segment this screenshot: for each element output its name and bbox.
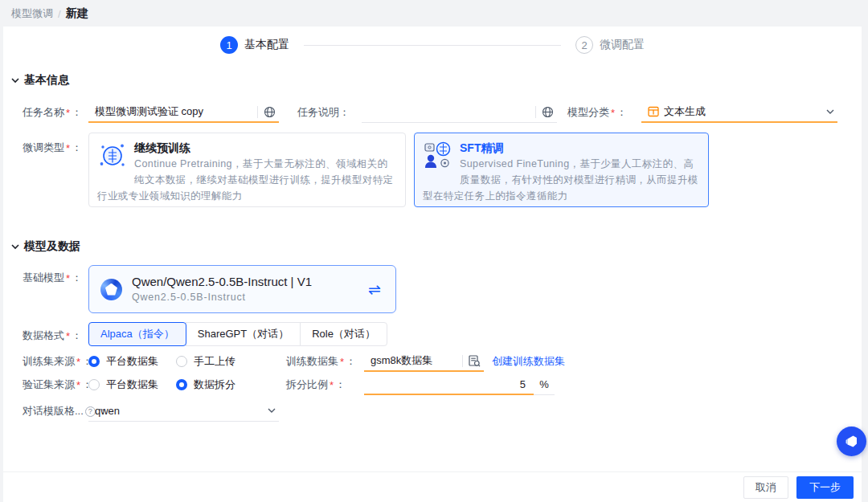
step-finetune-config[interactable]: 2 微调配置 <box>575 36 645 54</box>
base-model-name: Qwen/Qwen2.5-0.5B-Instruct | V1 <box>132 274 368 290</box>
create-dataset-link[interactable]: 创建训练数据集 <box>492 351 565 372</box>
split-ratio-input[interactable]: 5 <box>364 374 534 395</box>
chevron-down-icon <box>826 109 834 115</box>
assistant-widget[interactable] <box>837 426 866 456</box>
stepper: 1 基本配置 2 微调配置 <box>3 36 862 54</box>
model-category-label: 模型分类*： <box>567 102 627 123</box>
finetune-card-sft[interactable]: SFT精调 Supervised FineTuning，基于少量人工标注的、高质… <box>414 133 709 207</box>
percent-suffix: % <box>534 374 555 395</box>
collapse-chevron-icon <box>11 78 19 84</box>
breadcrumb: 模型微调 / 新建 <box>11 6 88 22</box>
task-desc-label: 任务说明： <box>297 102 350 123</box>
finetune-card-pretrain[interactable]: 继续预训练 Continue Pretraining，基于大量无标注的、领域相关… <box>88 133 406 207</box>
globe-icon[interactable] <box>264 106 276 118</box>
globe-icon[interactable] <box>542 106 554 118</box>
step-connector <box>304 45 561 46</box>
radio-platform-dataset[interactable]: 平台数据集 <box>88 354 158 369</box>
collapse-chevron-icon <box>11 244 19 250</box>
step-1-label: 基本配置 <box>244 38 289 52</box>
section-basic-info-title: 基本信息 <box>24 73 69 88</box>
field-divider <box>462 355 463 367</box>
train-dataset-input[interactable]: gsm8k数据集 <box>364 351 484 372</box>
train-dataset-label: 训练数据集*： <box>286 351 356 372</box>
footer-divider <box>3 471 862 472</box>
footer-actions: 取消 下一步 <box>743 476 854 499</box>
assistant-icon <box>843 433 860 450</box>
qwen-logo <box>100 279 122 300</box>
task-name-label: 任务名称*： <box>23 102 82 123</box>
breadcrumb-item-model-finetune[interactable]: 模型微调 <box>11 6 53 21</box>
radio-data-split[interactable]: 数据拆分 <box>176 378 235 392</box>
cancel-button[interactable]: 取消 <box>743 476 788 499</box>
pretrain-card-description: Continue Pretraining，基于大量无标注的、领域相关的纯文本数据… <box>97 157 395 204</box>
swap-model-icon[interactable]: ⇌ <box>368 282 381 297</box>
breadcrumb-separator: / <box>58 8 61 20</box>
form-panel: 1 基本配置 2 微调配置 基本信息 任务名称*： 模型微调测试验证 copy … <box>3 27 862 502</box>
radio-on-icon <box>88 356 100 367</box>
sft-card-title: SFT精调 <box>423 140 698 156</box>
radio-platform-dataset-valid[interactable]: 平台数据集 <box>88 378 158 392</box>
finetune-type-label: 微调类型*： <box>23 137 82 158</box>
radio-off-icon <box>176 356 187 367</box>
base-model-subtitle: Qwen2.5-0.5B-Instruct <box>132 291 368 304</box>
train-source-group: 平台数据集 手工上传 <box>88 351 235 372</box>
pretrain-card-title: 继续预训练 <box>97 140 395 156</box>
data-format-label: 数据格式*： <box>23 324 82 348</box>
step-basic-config[interactable]: 1 基本配置 <box>220 36 289 54</box>
chevron-down-icon <box>268 408 276 414</box>
valid-source-label: 验证集来源*： <box>23 374 92 395</box>
radio-on-icon <box>176 379 187 390</box>
pretrain-brain-icon <box>97 141 128 171</box>
page: { "breadcrumb": { "items": [ { "label": … <box>0 0 868 502</box>
data-format-option-sharegpt[interactable]: ShareGPT（对话） <box>186 322 301 346</box>
text-generation-icon <box>648 106 659 117</box>
split-ratio-label: 拆分比例*： <box>286 374 346 395</box>
section-basic-info-header[interactable]: 基本信息 <box>11 73 69 88</box>
chat-template-select[interactable]: qwen <box>88 401 279 422</box>
step-2-label: 微调配置 <box>600 38 645 52</box>
section-model-data-header[interactable]: 模型及数据 <box>11 239 80 254</box>
model-category-select[interactable]: 文本生成 <box>641 102 837 123</box>
radio-manual-upload[interactable]: 手工上传 <box>176 354 235 369</box>
sft-icon <box>423 141 453 171</box>
step-2-circle: 2 <box>575 36 593 54</box>
train-source-label: 训练集来源*： <box>23 351 92 372</box>
dataset-search-icon[interactable] <box>469 355 481 367</box>
split-ratio-field: 5 % <box>364 374 555 395</box>
next-step-button[interactable]: 下一步 <box>796 476 854 499</box>
breadcrumb-item-new: 新建 <box>66 6 88 21</box>
field-divider <box>535 106 536 118</box>
section-model-data-title: 模型及数据 <box>24 239 80 254</box>
radio-off-icon <box>88 379 100 390</box>
data-format-option-role[interactable]: Role（对话） <box>300 322 387 346</box>
step-1-circle: 1 <box>220 36 238 54</box>
base-model-text: Qwen/Qwen2.5-0.5B-Instruct | V1 Qwen2.5-… <box>132 274 368 304</box>
task-name-input[interactable]: 模型微调测试验证 copy <box>88 102 279 123</box>
data-format-option-alpaca[interactable]: Alpaca（指令） <box>88 322 186 346</box>
field-divider <box>257 106 258 118</box>
valid-source-group: 平台数据集 数据拆分 <box>88 374 235 395</box>
task-desc-input[interactable] <box>362 102 557 123</box>
sft-card-description: Supervised FineTuning，基于少量人工标注的、高质量数据，有针… <box>423 157 698 204</box>
base-model-card[interactable]: Qwen/Qwen2.5-0.5B-Instruct | V1 Qwen2.5-… <box>88 265 396 313</box>
data-format-group: Alpaca（指令） ShareGPT（对话） Role（对话） <box>88 322 387 346</box>
base-model-label: 基础模型*： <box>23 267 82 288</box>
